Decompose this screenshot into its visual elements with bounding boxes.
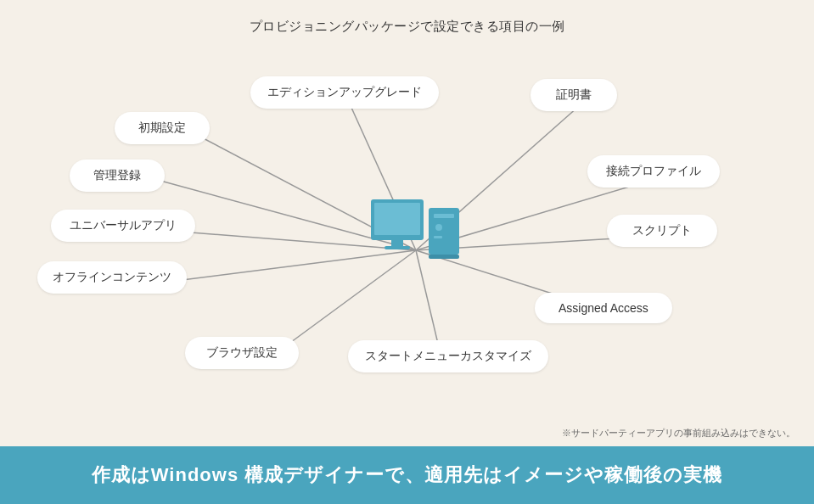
bubble-startmenu: スタートメニューカスタマイズ [348,340,548,372]
footnote: ※サードパーティーアプリの事前組み込みはできない。 [562,427,795,440]
bubble-kanri: 管理登録 [70,160,165,192]
bottom-banner: 作成はWindows 構成デザイナーで、適用先はイメージや稼働後の実機 [0,446,814,504]
svg-rect-19 [429,255,459,259]
bubble-shomei: 証明書 [531,79,617,111]
svg-rect-16 [434,214,454,218]
bubble-universal: ユニバーサルアプリ [51,210,195,242]
svg-rect-18 [434,236,442,238]
bubble-offline: オフラインコンテンツ [37,261,187,294]
bubble-edition: エディションアップグレード [250,76,439,109]
banner-text: 作成はWindows 構成デザイナーで、適用先はイメージや稼働後の実機 [92,462,722,488]
main-container: プロビジョニングパッケージで設定できる項目の一例 [0,0,814,504]
bubble-assigned: Assigned Access [535,293,672,323]
svg-rect-13 [391,240,403,247]
bubble-shosetsu: 初期設定 [115,112,210,144]
bubble-profile: 接続プロファイル [587,155,720,188]
svg-rect-14 [385,246,410,249]
svg-rect-12 [374,203,420,235]
diagram-area: プロビジョニングパッケージで設定できる項目の一例 [0,0,814,446]
bubble-script: スクリプト [607,215,717,247]
svg-point-17 [435,224,442,231]
page-title: プロビジョニングパッケージで設定できる項目の一例 [17,8,797,35]
bubble-browser: ブラウザ設定 [185,337,299,369]
computer-icon [369,191,463,284]
